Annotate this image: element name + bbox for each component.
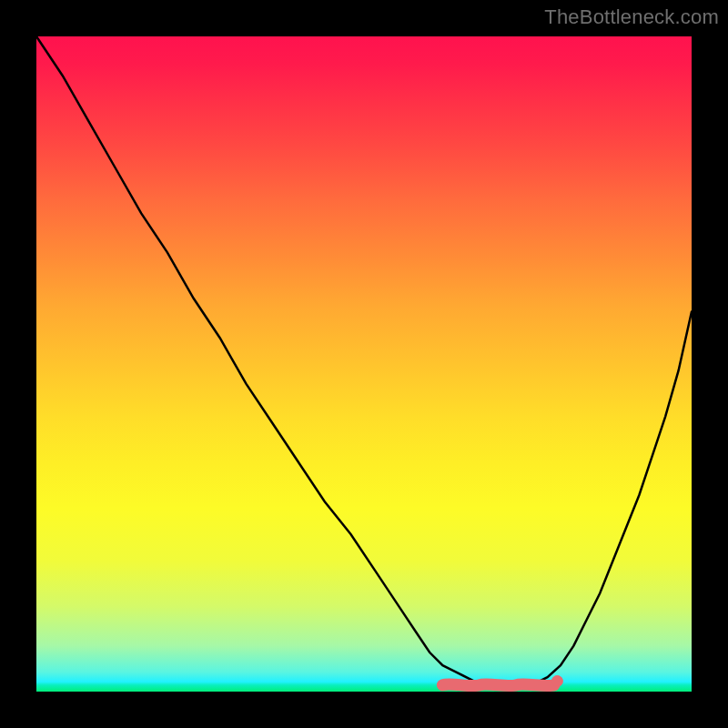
- watermark-label: TheBottleneck.com: [544, 5, 719, 29]
- highlight-markers: [36, 36, 692, 692]
- svg-point-0: [551, 675, 562, 686]
- plot-area: [36, 36, 692, 692]
- chart-container: TheBottleneck.com: [0, 0, 728, 728]
